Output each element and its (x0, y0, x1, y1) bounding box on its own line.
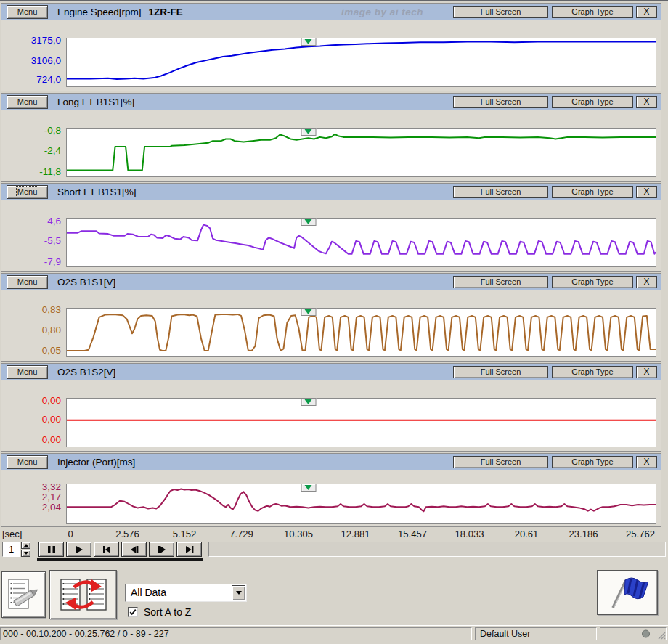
time-tick-label: 7.729 (229, 529, 253, 539)
signal-trace (67, 219, 656, 266)
step-value-field[interactable]: 1 (2, 542, 20, 557)
flag-button[interactable] (597, 570, 658, 615)
graphtype-button[interactable]: Graph Type (552, 186, 633, 198)
step-up-button[interactable] (21, 542, 30, 549)
signal-trace (67, 309, 656, 356)
y-axis-labels: 0,83 0,80 0,05 (1, 308, 63, 357)
graphtype-button[interactable]: Graph Type (552, 276, 633, 288)
menu-button[interactable]: Menu (7, 455, 48, 469)
up-arrow-icon (24, 542, 28, 547)
step-back-button[interactable] (121, 542, 147, 557)
fullscreen-button[interactable]: Full Screen (453, 456, 548, 468)
time-tick-label: 5.152 (173, 529, 197, 539)
cursor-handle[interactable] (301, 218, 316, 226)
graphtype-button[interactable]: Graph Type (552, 366, 633, 378)
status-indicator-section (600, 627, 667, 640)
fullscreen-button[interactable]: Full Screen (453, 6, 548, 18)
graphtype-button[interactable]: Graph Type (552, 96, 633, 108)
panel-title: Long FT B1S1[%] (57, 97, 134, 107)
close-button[interactable]: X (636, 456, 657, 468)
signal-trace (67, 38, 656, 86)
step-spinner: 1 (2, 542, 30, 557)
graphtype-button[interactable]: Graph Type (552, 456, 633, 468)
menu-button-label: Menu (17, 7, 38, 16)
menu-button[interactable]: Menu (7, 365, 48, 379)
panel-body: 3175,0 3106,0 724,0 (1, 20, 661, 90)
cursor-handle[interactable] (301, 128, 316, 136)
dropdown-arrow-button[interactable] (232, 585, 245, 600)
play-button[interactable] (66, 542, 91, 557)
chevron-down-icon (236, 591, 242, 598)
time-axis: [sec] 02.5765.1527.72910.30512.88115.457… (0, 529, 668, 541)
plot-area[interactable] (66, 398, 656, 447)
panel-title: O2S B1S1[V] (57, 277, 115, 288)
close-button[interactable]: X (636, 276, 657, 288)
cursor-handle[interactable] (301, 484, 316, 492)
resize-grip-icon[interactable] (656, 629, 666, 640)
menu-button[interactable]: Menu (7, 95, 48, 109)
panel-title: Engine Speed[rpm] (57, 7, 142, 17)
panel-header: Menu O2S B1S1[V] Full Screen Graph Type … (1, 274, 661, 290)
menu-button[interactable]: Menu (7, 5, 48, 19)
panel-body: 4,6 -5,5 -7,9 (1, 200, 661, 270)
sort-checkbox[interactable] (128, 607, 138, 617)
y-axis-label-mid: 3106,0 (31, 54, 61, 65)
playback-buttons (37, 542, 203, 561)
sort-checkbox-label: Sort A to Z (144, 606, 191, 618)
data-filter-dropdown[interactable]: All Data (125, 584, 247, 602)
skip-end-button[interactable] (176, 542, 202, 557)
time-tick-label: 2.576 (115, 529, 139, 539)
graph-panel: Menu O2S B1S1[V] Full Screen Graph Type … (1, 273, 661, 362)
cursor-handle[interactable] (301, 308, 316, 316)
playback-position-track[interactable] (208, 542, 666, 557)
skip-start-button[interactable] (94, 542, 119, 557)
step-forward-button[interactable] (149, 542, 174, 557)
time-tick-label: 0 (68, 529, 73, 539)
plot-area[interactable] (66, 218, 656, 267)
panel-header: Menu O2S B1S2[V] Full Screen Graph Type … (1, 364, 661, 380)
cursor-handle[interactable] (301, 38, 316, 46)
swap-lists-button[interactable] (49, 570, 117, 619)
close-button[interactable]: X (636, 96, 657, 108)
fullscreen-button[interactable]: Full Screen (453, 276, 548, 288)
status-bar: 000 - 00.10.200 - 00.25.762 / 0 - 89 - 2… (0, 625, 668, 642)
y-axis-label-top: -0,8 (44, 124, 61, 135)
plot-area[interactable] (66, 128, 656, 177)
sort-option: Sort A to Z (128, 606, 191, 618)
pause-icon (46, 545, 57, 554)
cursor-handle-triangle-icon (305, 309, 312, 314)
menu-button-label: Menu (17, 97, 38, 106)
close-button[interactable]: X (636, 186, 657, 198)
checkmark-icon (129, 608, 137, 616)
record-list-button[interactable] (1, 571, 46, 618)
plot-area[interactable] (66, 308, 656, 357)
menu-button-label: Menu (17, 187, 38, 196)
fullscreen-button[interactable]: Full Screen (453, 96, 548, 108)
close-button[interactable]: X (636, 366, 657, 378)
y-axis-label-top: 0,00 (42, 394, 61, 405)
step-down-button[interactable] (21, 550, 30, 557)
plot-area[interactable] (66, 484, 656, 524)
fullscreen-button[interactable]: Full Screen (453, 186, 548, 198)
time-tick-label: 18.033 (455, 529, 484, 539)
graphtype-button[interactable]: Graph Type (552, 6, 633, 18)
y-axis-labels: 0,00 0,00 0,00 (1, 398, 63, 447)
status-user-text: Default User (475, 627, 597, 640)
menu-button-label: Menu (17, 367, 38, 376)
cursor-handle[interactable] (301, 398, 316, 406)
panel-title: O2S B1S2[V] (57, 367, 115, 378)
y-axis-labels: -0,8 -2,4 -11,8 (1, 128, 63, 177)
pause-button[interactable] (38, 542, 64, 557)
cursor-handle-triangle-icon (305, 39, 312, 44)
graph-panel: Menu Engine Speed[rpm] 1ZR-FE image by a… (1, 3, 661, 91)
menu-button[interactable]: Menu (7, 275, 48, 289)
menu-button[interactable]: Menu (7, 185, 48, 199)
close-button[interactable]: X (636, 6, 657, 18)
plot-area[interactable] (66, 38, 656, 87)
panel-body: 0,83 0,80 0,05 (1, 290, 661, 360)
y-axis-label-bottom: 0,05 (42, 345, 61, 356)
cursor-handle-triangle-icon (305, 219, 312, 224)
fullscreen-button[interactable]: Full Screen (453, 366, 548, 378)
panel-body: 3,32 2,17 2,04 (1, 470, 661, 526)
signal-trace (67, 484, 656, 523)
